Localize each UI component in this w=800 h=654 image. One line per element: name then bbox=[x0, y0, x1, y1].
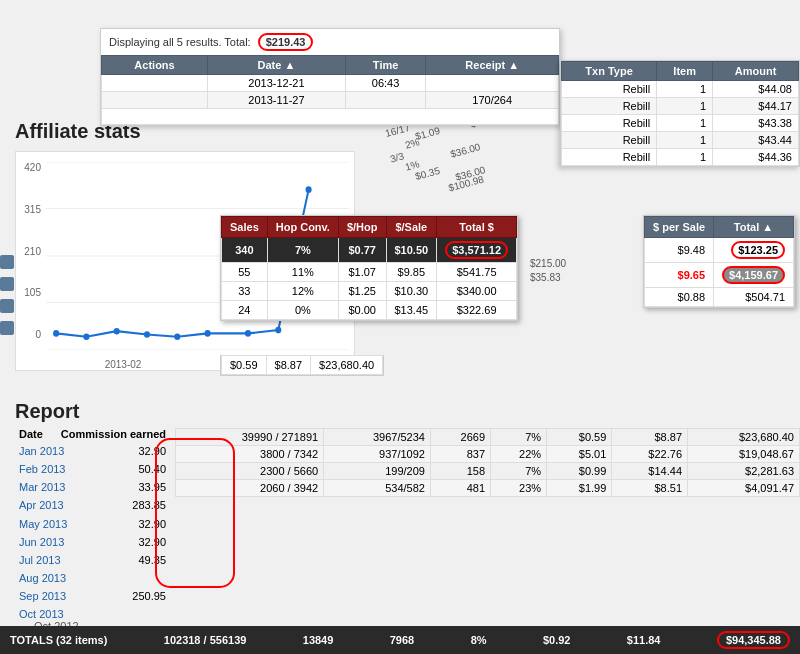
stats-row: $9.65 $4,159.67 bbox=[645, 263, 794, 288]
report-item: Mar 2013 33.95 bbox=[15, 478, 170, 496]
item-cell: 1 bbox=[657, 98, 713, 115]
transaction-panel: Displaying all 5 results. Total: $219.43… bbox=[100, 28, 560, 126]
total-cell: $322.69 bbox=[437, 301, 517, 320]
totals-col6: $11.84 bbox=[627, 634, 661, 646]
table-row: 2013-11-27 170/264 bbox=[102, 92, 559, 109]
sidebar-icon-2[interactable] bbox=[0, 277, 14, 291]
report-cell: $14.44 bbox=[612, 463, 688, 480]
amount-cell: $44.17 bbox=[713, 98, 799, 115]
report-cell: $1.99 bbox=[547, 480, 612, 497]
stats-row: $9.48 $123.25 bbox=[645, 238, 794, 263]
item-cell: 1 bbox=[657, 115, 713, 132]
total-cell: $541.75 bbox=[437, 263, 517, 282]
stats-table: Sales Hop Conv. $/Hop $/Sale Total $ 340… bbox=[221, 216, 517, 320]
date-link[interactable]: Sep 2013 bbox=[19, 587, 66, 605]
total-highlight: $3,571.12 bbox=[445, 241, 508, 259]
txn-type-panel: Txn Type Item Amount Rebill 1 $44.08 Reb… bbox=[560, 60, 800, 167]
report-data-row: 2060 / 3942 534/582 481 23% $1.99 $8.51 … bbox=[176, 480, 800, 497]
report-cell: 23% bbox=[491, 480, 547, 497]
report-item: Jul 2013 49.35 bbox=[15, 551, 170, 569]
actions-col-header: Actions bbox=[102, 56, 208, 75]
right-stats-table: $ per Sale Total ▲ $9.48 $123.25 $9.65 $… bbox=[644, 216, 794, 307]
commission-col-label: Commission earned bbox=[61, 428, 166, 440]
date-link[interactable]: Jul 2013 bbox=[19, 551, 61, 569]
time-col-header: Time bbox=[345, 56, 426, 75]
txntype-cell: Rebill bbox=[562, 132, 657, 149]
report-data-row: 3800 / 7342 937/1092 837 22% $5.01 $22.7… bbox=[176, 446, 800, 463]
commission-value: 33.95 bbox=[138, 478, 166, 496]
sidebar-icon-4[interactable] bbox=[0, 321, 14, 335]
report-cell: 2300 / 5660 bbox=[176, 463, 324, 480]
report-item: Jan 2013 32.90 bbox=[15, 442, 170, 460]
item-cell: 1 bbox=[657, 149, 713, 166]
date-col-label: Date bbox=[19, 428, 43, 440]
sales-cell: 24 bbox=[222, 301, 268, 320]
amount-header: Amount bbox=[713, 62, 799, 81]
svg-point-11 bbox=[245, 330, 251, 337]
sidebar-icon-1[interactable] bbox=[0, 255, 14, 269]
results-header: Displaying all 5 results. Total: $219.43 bbox=[101, 29, 559, 55]
report-cell: $0.59 bbox=[547, 429, 612, 446]
date-link[interactable]: Jan 2013 bbox=[19, 442, 64, 460]
report-item: Aug 2013 bbox=[15, 569, 170, 587]
date-col-header[interactable]: Date ▲ bbox=[208, 56, 346, 75]
totals-bar: TOTALS (32 items) 102318 / 556139 13849 … bbox=[0, 626, 800, 654]
sales-header: Sales bbox=[222, 217, 268, 238]
totals-col4: 8% bbox=[471, 634, 487, 646]
report-cell: $0.99 bbox=[547, 463, 612, 480]
report-cell: $8.87 bbox=[612, 429, 688, 446]
date-link[interactable]: Apr 2013 bbox=[19, 496, 64, 514]
stats-row: 33 12% $1.25 $10.30 $340.00 bbox=[222, 282, 517, 301]
report-data-row: 2300 / 5660 199/209 158 7% $0.99 $14.44 … bbox=[176, 463, 800, 480]
sidebar-icon-3[interactable] bbox=[0, 299, 14, 313]
persale-cell: $13.45 bbox=[386, 301, 437, 320]
date-link[interactable]: Mar 2013 bbox=[19, 478, 65, 496]
scatter-v23: $35.83 bbox=[530, 272, 561, 283]
amount-cell: $44.36 bbox=[713, 149, 799, 166]
stats-overlay: Sales Hop Conv. $/Hop $/Sale Total $ 340… bbox=[220, 215, 518, 321]
sales-cell: 33 bbox=[222, 282, 268, 301]
totals-amount-highlight: $94,345.88 bbox=[717, 631, 790, 649]
receipt-col-header[interactable]: Receipt ▲ bbox=[426, 56, 559, 75]
date-link[interactable]: Jun 2013 bbox=[19, 533, 64, 551]
perhop-cell: $1.07 bbox=[338, 263, 386, 282]
report-item: Feb 2013 50.40 bbox=[15, 460, 170, 478]
hopconv-cell: 7% bbox=[267, 238, 338, 263]
report-item: Apr 2013 283.85 bbox=[15, 496, 170, 514]
total-label: Total: bbox=[224, 36, 250, 48]
chart-y-labels: 420 315 210 105 0 bbox=[16, 162, 41, 340]
report-cell: 22% bbox=[491, 446, 547, 463]
table-row: 2013-12-21 06:43 bbox=[102, 75, 559, 92]
date-link[interactable]: Feb 2013 bbox=[19, 460, 65, 478]
persale-cell: $9.65 bbox=[645, 263, 714, 288]
report-item: Jun 2013 32.90 bbox=[15, 533, 170, 551]
table-row: Rebill 1 $44.08 bbox=[562, 81, 799, 98]
report-data-table: 39990 / 271891 3967/5234 2669 7% $0.59 $… bbox=[175, 428, 800, 497]
perhop-cell: $0.77 bbox=[338, 238, 386, 263]
report-cell: 481 bbox=[430, 480, 490, 497]
displaying-text: Displaying all 5 results. bbox=[109, 36, 222, 48]
report-cell: $4,091.47 bbox=[688, 480, 800, 497]
commission-value: 32.90 bbox=[138, 515, 166, 533]
total-cell: $340.00 bbox=[437, 282, 517, 301]
report-cell: 2669 bbox=[430, 429, 490, 446]
total-value: $219.43 bbox=[258, 33, 314, 51]
amount-cell: $43.44 bbox=[713, 132, 799, 149]
table-row: Rebill 1 $44.17 bbox=[562, 98, 799, 115]
y-label-315: 315 bbox=[16, 204, 41, 215]
time-cell bbox=[345, 92, 426, 109]
svg-point-6 bbox=[83, 333, 89, 340]
total-highlight-2: $4,159.67 bbox=[722, 266, 785, 284]
date-link[interactable]: Aug 2013 bbox=[19, 569, 66, 587]
stats-cell: $8.87 bbox=[266, 356, 311, 375]
report-cell: 7% bbox=[491, 429, 547, 446]
report-cell: $23,680.40 bbox=[688, 429, 800, 446]
commission-value: 49.35 bbox=[138, 551, 166, 569]
date-link[interactable]: May 2013 bbox=[19, 515, 67, 533]
date-cell: 2013-12-21 bbox=[208, 75, 346, 92]
persale-cell: $0.88 bbox=[645, 288, 714, 307]
txntype-cell: Rebill bbox=[562, 115, 657, 132]
commission-value: 283.85 bbox=[132, 496, 166, 514]
total-header[interactable]: Total ▲ bbox=[714, 217, 794, 238]
report-cell: $5.01 bbox=[547, 446, 612, 463]
